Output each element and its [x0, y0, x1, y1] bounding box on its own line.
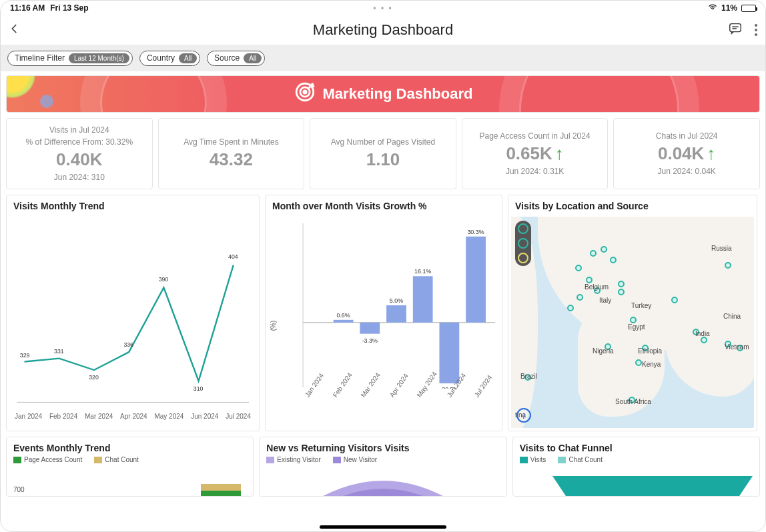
svg-rect-29	[201, 491, 241, 496]
dashboard-banner: Marketing Dashboard	[6, 75, 760, 113]
svg-text:30.3%: 30.3%	[467, 229, 484, 235]
filter-label: Country	[147, 53, 175, 63]
svg-marker-30	[552, 476, 753, 496]
line-chart: 329 331 320 336 390 310 404 Jan 2024 Feb…	[7, 214, 259, 429]
panel-mom-growth[interactable]: Month over Month Visits Growth % (%) 0.6…	[265, 195, 502, 431]
panel-title: Visits to Chat Funnel	[513, 437, 759, 456]
back-button[interactable]	[9, 23, 21, 37]
panel-events-trend[interactable]: Events Monthly Trend Page Access Count C…	[6, 437, 254, 497]
y-axis-label: (%)	[270, 320, 277, 331]
page-title: Marketing Dashboard	[313, 21, 453, 39]
battery-percent: 11%	[721, 3, 737, 13]
svg-text:-3.3%: -3.3%	[362, 337, 378, 344]
filter-label: Source	[214, 53, 240, 63]
kpi-value: 0.65K↑	[465, 143, 605, 164]
panel-title: Month over Month Visits Growth %	[266, 195, 502, 214]
bar-chart: (%) 0.6% -3.3% 5.0% 16.1% -20.5%	[266, 214, 502, 429]
svg-text:329: 329	[20, 352, 30, 359]
kpi-avg-time[interactable]: Avg Time Spent in Minutes 43.32	[158, 118, 305, 189]
filter-value: All	[179, 53, 197, 63]
kpi-value: 0.40K	[9, 149, 149, 170]
kpi-title: Visits in Jul 2024	[9, 125, 149, 135]
x-axis: Jan 2024 Feb 2024 Mar 2024 Apr 2024 May …	[272, 391, 495, 404]
svg-text:320: 320	[89, 374, 99, 381]
target-icon	[294, 81, 323, 107]
svg-text:390: 390	[159, 276, 169, 283]
y-tick: 700	[13, 486, 25, 493]
filter-bar: Timeline Filter Last 12 Month(s) Country…	[1, 45, 765, 71]
kpi-compare: Jun 2024: 0.04K	[617, 167, 757, 176]
map-info-button[interactable]: i	[516, 408, 531, 423]
svg-point-5	[303, 91, 306, 93]
svg-rect-17	[386, 305, 406, 323]
wifi-icon	[708, 3, 717, 14]
kpi-compare: Jun 2024: 0.31K	[465, 167, 605, 176]
more-menu-icon[interactable]	[755, 24, 757, 36]
x-axis: Jan 2024 Feb 2024 Mar 2024 Apr 2024 May …	[13, 413, 252, 420]
status-bar: 11:16 AM Fri 13 Sep • • • 11%	[1, 1, 765, 15]
kpi-chats[interactable]: Chats in Jul 2024 0.04K↑ Jun 2024: 0.04K	[613, 118, 760, 189]
kpi-value: 43.32	[161, 149, 302, 170]
title-bar: Marketing Dashboard	[1, 15, 765, 45]
status-date: Fri 13 Sep	[50, 3, 88, 13]
panel-new-vs-returning[interactable]: New vs Returning Visitors Visits Existin…	[259, 437, 506, 497]
svg-text:336: 336	[123, 341, 133, 348]
panel-visits-by-location[interactable]: Visits by Location and Source	[508, 195, 757, 431]
panel-visits-trend[interactable]: Visits Monthly Trend 329 331 320 336 390…	[6, 195, 260, 431]
kpi-title: Chats in Jul 2024	[617, 131, 757, 141]
panel-title: Visits by Location and Source	[508, 195, 757, 214]
battery-icon	[741, 5, 756, 12]
legend: Visits Chat Count	[513, 456, 759, 463]
svg-text:16.1%: 16.1%	[414, 268, 431, 275]
svg-rect-20	[466, 237, 486, 323]
svg-rect-16	[360, 323, 380, 334]
panel-visits-chat-funnel[interactable]: Visits to Chat Funnel Visits Chat Count	[512, 437, 760, 497]
filter-value: Last 12 Month(s)	[69, 53, 129, 63]
panel-title: Events Monthly Trend	[7, 437, 253, 456]
home-indicator[interactable]	[320, 525, 446, 529]
kpi-compare: Jun 2024: 310	[9, 173, 149, 182]
svg-text:404: 404	[228, 253, 238, 260]
svg-rect-0	[730, 24, 741, 32]
multitask-dots-icon: • • •	[373, 3, 392, 13]
filter-value: All	[244, 53, 262, 63]
kpi-subtitle: % of Difference From: 30.32%	[9, 137, 149, 147]
trend-up-icon: ↑	[707, 143, 715, 163]
kpi-page-access[interactable]: Page Access Count in Jul 2024 0.65K↑ Jun…	[462, 118, 609, 189]
filter-chip-country[interactable]: Country All	[139, 51, 200, 66]
status-time: 11:16 AM	[10, 3, 45, 13]
legend: Page Access Count Chat Count	[7, 456, 253, 463]
filter-chip-source[interactable]: Source All	[207, 51, 265, 66]
trend-up-icon: ↑	[555, 143, 564, 163]
kpi-row: Visits in Jul 2024 % of Difference From:…	[6, 118, 760, 189]
svg-rect-18	[413, 276, 433, 322]
kpi-visits[interactable]: Visits in Jul 2024 % of Difference From:…	[6, 118, 153, 189]
filter-chip-timeline[interactable]: Timeline Filter Last 12 Month(s)	[7, 51, 133, 66]
kpi-value: 1.10	[313, 149, 453, 170]
kpi-title: Page Access Count in Jul 2024	[465, 131, 605, 141]
svg-rect-15	[334, 320, 354, 323]
banner-title: Marketing Dashboard	[323, 85, 473, 103]
panel-title: Visits Monthly Trend	[7, 195, 259, 214]
map-layer-toggle[interactable]	[515, 221, 531, 266]
kpi-value: 0.04K↑	[617, 143, 757, 164]
map[interactable]: Russia Belgium Italy Turkey Egypt Nigeri…	[511, 217, 754, 428]
svg-text:331: 331	[54, 348, 64, 355]
svg-text:310: 310	[194, 385, 204, 392]
legend: Existing Visitor New Visitor	[260, 456, 506, 463]
panel-title: New vs Returning Visitors Visits	[260, 437, 506, 456]
kpi-title: Avg Number of Pages Visited	[313, 137, 453, 147]
kpi-title: Avg Time Spent in Minutes	[161, 137, 302, 147]
svg-text:0.6%: 0.6%	[336, 312, 350, 319]
comment-icon[interactable]	[728, 21, 743, 39]
filter-label: Timeline Filter	[15, 53, 65, 63]
svg-text:5.0%: 5.0%	[390, 297, 403, 304]
kpi-avg-pages[interactable]: Avg Number of Pages Visited 1.10	[310, 118, 456, 189]
